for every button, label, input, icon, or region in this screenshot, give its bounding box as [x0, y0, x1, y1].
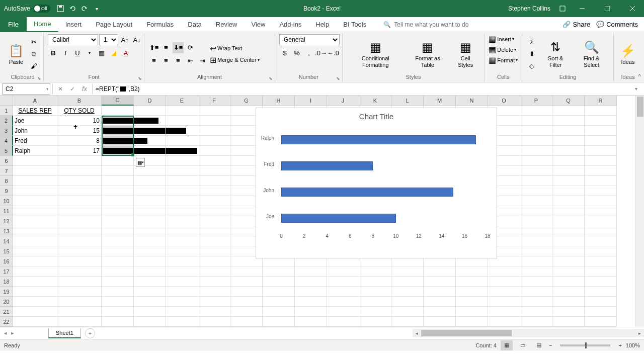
file-tab[interactable]: File: [0, 17, 27, 32]
cell-R7[interactable]: [585, 166, 617, 176]
cell-F3[interactable]: [198, 126, 230, 136]
chart-title[interactable]: Chart Title: [256, 108, 497, 127]
fx-icon[interactable]: fx: [79, 83, 90, 95]
collapse-ribbon-icon[interactable]: ^: [638, 73, 641, 80]
cell-A4[interactable]: Fred: [13, 136, 57, 146]
cell-E4[interactable]: [166, 136, 198, 146]
cell-B6[interactable]: [57, 156, 102, 166]
cell-C20[interactable]: [102, 297, 134, 307]
font-dialog-icon[interactable]: ⬊: [138, 76, 142, 81]
cell-R8[interactable]: [585, 176, 617, 186]
cell-P4[interactable]: [520, 136, 552, 146]
cell-K20[interactable]: [359, 297, 391, 307]
cell-E14[interactable]: [166, 236, 198, 246]
cell-A6[interactable]: [13, 156, 57, 166]
col-header-H[interactable]: H: [263, 96, 295, 106]
cell-P3[interactable]: [520, 126, 552, 136]
cell-R3[interactable]: [585, 126, 617, 136]
cell-J19[interactable]: [327, 287, 359, 297]
cell-P7[interactable]: [520, 166, 552, 176]
cell-A10[interactable]: [13, 196, 57, 206]
increase-decimal-icon[interactable]: .0→: [315, 47, 327, 58]
tell-me-input[interactable]: [394, 21, 485, 28]
cell-O19[interactable]: [488, 287, 520, 297]
paste-button[interactable]: 📋 Paste: [6, 43, 26, 66]
autosum-icon[interactable]: Σ: [526, 37, 537, 48]
col-header-J[interactable]: J: [327, 96, 359, 106]
cell-M21[interactable]: [424, 307, 456, 317]
insert-cells-button[interactable]: ▦Insert▾: [489, 34, 514, 44]
borders-icon[interactable]: ▦: [96, 47, 107, 58]
cell-B15[interactable]: [57, 246, 102, 256]
col-header-L[interactable]: L: [391, 96, 424, 106]
bold-button[interactable]: B: [48, 47, 59, 58]
cell-F5[interactable]: [198, 146, 230, 156]
cell-L18[interactable]: [391, 277, 424, 287]
alignment-dialog-icon[interactable]: ⬊: [269, 76, 273, 81]
delete-cells-button[interactable]: ▦Delete▾: [489, 45, 516, 54]
cell-F22[interactable]: [198, 317, 230, 327]
cell-J22[interactable]: [327, 317, 359, 327]
row-header-7[interactable]: 7: [0, 166, 13, 176]
cell-M17[interactable]: [424, 266, 456, 277]
cell-P17[interactable]: [520, 266, 552, 277]
cell-D4[interactable]: [134, 136, 166, 146]
col-header-E[interactable]: E: [166, 96, 198, 106]
cell-A11[interactable]: [13, 206, 57, 216]
cell-P6[interactable]: [520, 156, 552, 166]
cell-E19[interactable]: [166, 287, 198, 297]
cell-B21[interactable]: [57, 307, 102, 317]
redo-icon[interactable]: [78, 3, 91, 15]
cell-F19[interactable]: [198, 287, 230, 297]
tab-add-ins[interactable]: Add-ins: [272, 17, 308, 32]
cell-A2[interactable]: Joe: [13, 116, 57, 126]
cell-F1[interactable]: [198, 106, 230, 116]
cell-B17[interactable]: [57, 266, 102, 277]
cell-D17[interactable]: [134, 266, 166, 277]
cell-R6[interactable]: [585, 156, 617, 166]
cell-A22[interactable]: [13, 317, 57, 327]
cell-E5[interactable]: [166, 146, 198, 156]
cell-A15[interactable]: [13, 246, 57, 256]
cell-B3[interactable]: 15: [57, 126, 102, 136]
cell-Q17[interactable]: [552, 266, 585, 277]
formula-input[interactable]: =REPT("",B2): [93, 83, 635, 95]
cell-Q3[interactable]: [552, 126, 585, 136]
cell-C19[interactable]: [102, 287, 134, 297]
worksheet-grid[interactable]: ABCDEFGHIJKLMNOPQR 123456789101112131415…: [0, 96, 644, 327]
cell-R13[interactable]: [585, 226, 617, 236]
cell-F11[interactable]: [198, 206, 230, 216]
cell-A1[interactable]: SALES REP: [13, 106, 57, 116]
cell-styles-button[interactable]: ▦Cell Styles: [451, 39, 480, 68]
embedded-chart[interactable]: Chart TitleRalphFredJohnJoe0246810121416…: [256, 108, 497, 258]
cell-E13[interactable]: [166, 226, 198, 236]
cell-R18[interactable]: [585, 277, 617, 287]
cell-Q1[interactable]: [552, 106, 585, 116]
cell-G20[interactable]: [230, 297, 263, 307]
cell-O17[interactable]: [488, 266, 520, 277]
cell-R2[interactable]: [585, 116, 617, 126]
cell-N21[interactable]: [456, 307, 488, 317]
cell-Q19[interactable]: [552, 287, 585, 297]
cell-H17[interactable]: [263, 266, 295, 277]
col-header-O[interactable]: O: [488, 96, 520, 106]
cell-F20[interactable]: [198, 297, 230, 307]
vertical-scrollbar[interactable]: [635, 96, 644, 327]
row-header-2[interactable]: 2: [0, 116, 13, 126]
cell-A21[interactable]: [13, 307, 57, 317]
cell-R15[interactable]: [585, 246, 617, 256]
col-header-N[interactable]: N: [456, 96, 488, 106]
cell-F10[interactable]: [198, 196, 230, 206]
cell-A20[interactable]: [13, 297, 57, 307]
cell-C15[interactable]: [102, 246, 134, 256]
tab-formulas[interactable]: Formulas: [139, 17, 181, 32]
fill-icon[interactable]: ⬇: [526, 49, 537, 60]
cell-K21[interactable]: [359, 307, 391, 317]
cell-F14[interactable]: [198, 236, 230, 246]
cell-I18[interactable]: [295, 277, 327, 287]
row-header-19[interactable]: 19: [0, 287, 13, 297]
cell-B14[interactable]: [57, 236, 102, 246]
tell-me-search[interactable]: 🔍: [383, 21, 485, 28]
cell-D19[interactable]: [134, 287, 166, 297]
cell-Q13[interactable]: [552, 226, 585, 236]
